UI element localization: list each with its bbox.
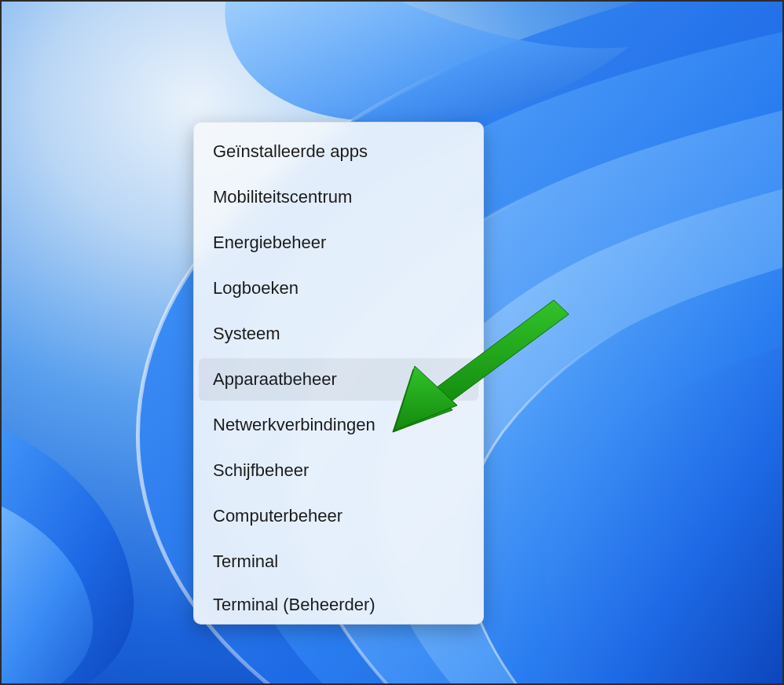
- menu-item-label: Apparaatbeheer: [213, 369, 337, 390]
- menu-item-label: Systeem: [213, 324, 280, 344]
- menu-item-computer-management[interactable]: Computerbeheer: [199, 495, 478, 537]
- menu-item-label: Mobiliteitscentrum: [213, 187, 352, 207]
- menu-item-label: Geïnstalleerde apps: [213, 141, 368, 162]
- menu-item-label: Terminal: [213, 551, 278, 572]
- menu-item-mobility-center[interactable]: Mobiliteitscentrum: [199, 176, 478, 218]
- menu-item-system[interactable]: Systeem: [199, 313, 478, 355]
- menu-item-label: Logboeken: [213, 278, 299, 299]
- menu-item-network-connections[interactable]: Netwerkverbindingen: [199, 404, 478, 446]
- menu-item-label: Netwerkverbindingen: [213, 415, 376, 435]
- menu-item-label: Terminal (Beheerder): [213, 595, 376, 615]
- menu-item-disk-management[interactable]: Schijfbeheer: [199, 449, 478, 492]
- menu-item-event-viewer[interactable]: Logboeken: [199, 267, 478, 310]
- menu-item-label: Schijfbeheer: [213, 460, 309, 481]
- menu-item-device-manager[interactable]: Apparaatbeheer: [199, 358, 478, 401]
- menu-item-label: Computerbeheer: [213, 506, 343, 526]
- menu-item-installed-apps[interactable]: Geïnstalleerde apps: [199, 130, 478, 173]
- winx-context-menu[interactable]: Geïnstalleerde apps Mobiliteitscentrum E…: [193, 122, 484, 625]
- menu-item-terminal[interactable]: Terminal: [199, 540, 478, 583]
- menu-item-label: Energiebeheer: [213, 233, 326, 253]
- menu-item-power-options[interactable]: Energiebeheer: [199, 222, 478, 264]
- menu-item-terminal-admin[interactable]: Terminal (Beheerder): [199, 586, 478, 624]
